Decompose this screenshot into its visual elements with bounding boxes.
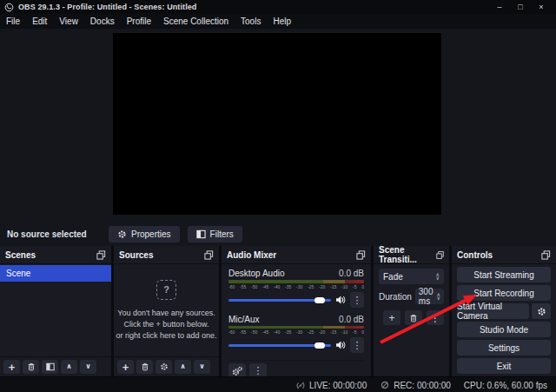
preview-canvas[interactable] <box>113 33 441 215</box>
gear-icon <box>160 362 169 371</box>
live-status: LIVE: 00:00:00 <box>295 380 367 390</box>
filters-button[interactable]: Filters <box>188 226 242 243</box>
meter-scale: -60-55-50-45-40-35-30-25-20-15-10-50 <box>228 284 364 289</box>
filters-button-label: Filters <box>210 229 234 239</box>
move-scene-up-button[interactable]: ∧ <box>61 360 77 374</box>
add-scene-button[interactable]: + <box>3 360 20 374</box>
duration-row: Duration 300 ms ∧ ∨ <box>379 289 444 304</box>
status-bar: LIVE: 00:00:00 REC: 00:00:00 CPU: 0.6%, … <box>0 376 556 392</box>
channel-name: Mic/Aux <box>228 315 260 324</box>
mixer-channel-desktop-audio: Desktop Audio 0.0 dB -60-55-50-45-40-35-… <box>228 269 364 308</box>
minimize-button[interactable]: – <box>489 0 510 14</box>
popout-icon[interactable] <box>541 250 551 260</box>
properties-button-label: Properties <box>131 229 171 239</box>
volume-slider[interactable] <box>228 299 331 302</box>
trash-icon <box>141 362 149 371</box>
controls-panel: Controls Start Streaming Start Recording… <box>452 246 556 376</box>
settings-button[interactable]: Settings <box>457 340 551 355</box>
move-source-down-button[interactable]: ∨ <box>194 360 210 374</box>
channel-level: 0.0 dB <box>339 315 364 324</box>
tick: -30 <box>296 329 302 335</box>
volume-slider-handle[interactable] <box>314 297 325 303</box>
volume-controls: ⋮ <box>228 337 364 353</box>
menu-help[interactable]: Help <box>267 14 297 29</box>
transition-selected-value: Fade <box>383 272 403 282</box>
tick: 0 <box>361 284 364 289</box>
channel-menu-button[interactable]: ⋮ <box>350 337 364 353</box>
remove-scene-button[interactable] <box>23 360 39 374</box>
double-gear-icon <box>232 366 242 376</box>
channel-header: Desktop Audio 0.0 dB <box>228 269 364 278</box>
window-controls: – □ × <box>489 0 552 14</box>
chevron-down-icon: ∨ <box>436 276 440 281</box>
add-transition-button[interactable]: + <box>383 310 400 325</box>
volume-slider[interactable] <box>228 344 331 347</box>
exit-button[interactable]: Exit <box>457 358 551 374</box>
scene-list-item-selected[interactable]: Scene <box>0 265 111 282</box>
tick: -30 <box>296 284 302 289</box>
audio-mixer-panel-header: Audio Mixer <box>222 246 371 264</box>
menu-tools[interactable]: Tools <box>235 14 267 29</box>
speaker-icon[interactable] <box>335 340 346 350</box>
start-virtual-camera-button[interactable]: Start Virtual Camera <box>457 303 529 319</box>
maximize-button[interactable]: □ <box>510 0 531 14</box>
menu-view[interactable]: View <box>53 14 84 29</box>
tick: -50 <box>251 284 257 289</box>
sources-empty-line1: You don't have any sources. <box>117 308 215 319</box>
tick: -50 <box>251 329 257 335</box>
speaker-icon[interactable] <box>335 295 346 305</box>
properties-button[interactable]: Properties <box>109 226 180 243</box>
virtual-camera-config-button[interactable] <box>532 303 551 319</box>
trash-icon <box>409 314 418 322</box>
menu-docks[interactable]: Docks <box>84 14 121 29</box>
menu-bar: File Edit View Docks Profile Scene Colle… <box>0 14 556 30</box>
tick: -55 <box>240 284 246 289</box>
start-streaming-button[interactable]: Start Streaming <box>457 267 551 282</box>
obs-logo-icon <box>4 3 14 12</box>
move-scene-down-button[interactable]: ∨ <box>80 360 96 374</box>
duration-spinbox[interactable]: 300 ms ∧ ∨ <box>415 289 444 304</box>
channel-header: Mic/Aux 0.0 dB <box>228 315 364 324</box>
remove-transition-button[interactable] <box>405 310 422 325</box>
popout-icon[interactable] <box>356 250 366 260</box>
tick: -10 <box>341 329 348 335</box>
tick: -45 <box>262 329 268 335</box>
transition-select[interactable]: Fade ∧ ∨ <box>379 269 444 284</box>
scene-transitions-panel: Scene Transiti... Fade ∧ ∨ Duration 300 … <box>374 246 449 376</box>
remove-source-button[interactable] <box>136 360 153 374</box>
tick: -10 <box>341 284 348 289</box>
add-source-button[interactable]: + <box>117 360 134 374</box>
channel-menu-button[interactable]: ⋮ <box>350 292 364 308</box>
menu-file[interactable]: File <box>0 14 26 29</box>
popout-icon[interactable] <box>96 250 106 260</box>
close-button[interactable]: × <box>531 0 552 14</box>
tick: -5 <box>353 284 356 289</box>
scene-filters-button[interactable] <box>42 360 58 374</box>
transition-properties-button[interactable]: ⋮ <box>427 310 444 325</box>
menu-edit[interactable]: Edit <box>26 14 53 29</box>
channel-level: 0.0 dB <box>339 269 364 278</box>
popout-icon[interactable] <box>436 250 444 260</box>
tick: -45 <box>262 284 268 289</box>
question-icon: ? <box>156 280 176 300</box>
menu-profile[interactable]: Profile <box>121 14 157 29</box>
sources-empty-state[interactable]: ? You don't have any sources. Click the … <box>114 264 219 356</box>
controls-panel-title: Controls <box>457 250 493 260</box>
duration-label: Duration <box>379 292 412 302</box>
move-source-up-button[interactable]: ∧ <box>175 360 191 374</box>
volume-slider-handle[interactable] <box>314 342 325 349</box>
scenes-panel-title: Scenes <box>5 250 36 260</box>
menu-scene-collection[interactable]: Scene Collection <box>157 14 235 29</box>
start-recording-button[interactable]: Start Recording <box>457 285 551 301</box>
sources-panel-header: Sources <box>114 246 219 264</box>
rec-time: REC: 00:00:00 <box>394 381 451 390</box>
transitions-panel-title: Scene Transiti... <box>379 245 436 264</box>
volume-meter <box>228 326 364 329</box>
source-properties-button[interactable] <box>156 360 172 374</box>
popout-icon[interactable] <box>204 250 214 260</box>
transitions-body: Fade ∧ ∨ Duration 300 ms ∧ ∨ + <box>374 264 449 329</box>
studio-mode-button[interactable]: Studio Mode <box>457 322 551 337</box>
tick: -40 <box>274 329 280 335</box>
tick: 0 <box>361 329 364 335</box>
tick: -20 <box>319 284 325 289</box>
